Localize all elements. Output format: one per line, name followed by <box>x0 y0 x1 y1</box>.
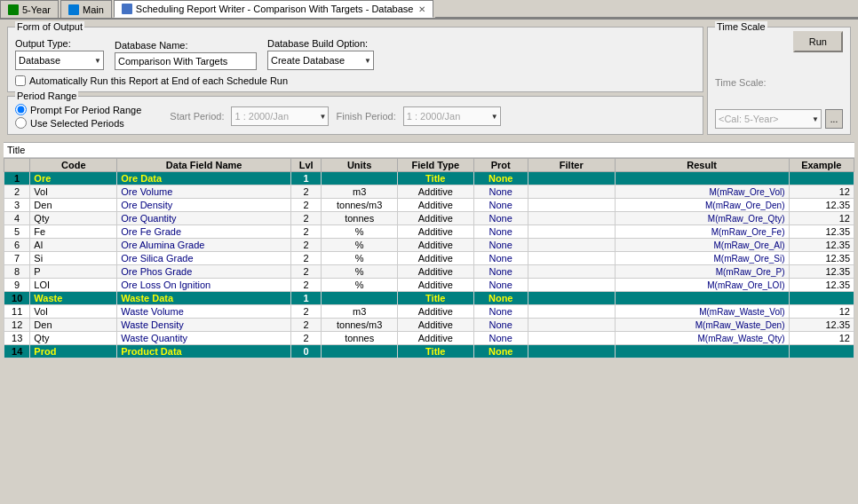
table-row[interactable]: 10 Waste Waste Data 1 Title None <box>4 292 854 305</box>
cell-lvl: 2 <box>291 212 322 225</box>
run-row: Run <box>715 31 843 52</box>
cell-result: M(mRaw_Waste_Den) <box>615 319 789 332</box>
run-button[interactable]: Run <box>793 31 843 52</box>
cell-fieldtype: Additive <box>397 319 473 332</box>
cell-units: tonnes/m3 <box>322 199 398 212</box>
cell-result <box>615 172 789 185</box>
radio-prompt[interactable]: Prompt For Period Range <box>15 104 141 115</box>
cell-prot: None <box>473 305 528 319</box>
cell-lvl: 0 <box>291 345 322 358</box>
cell-result: M(mRaw_Waste_Vol) <box>615 305 789 319</box>
tab-5year-label: 5-Year <box>22 4 51 15</box>
auto-run-checkbox[interactable] <box>15 75 26 86</box>
db-build-option-wrapper[interactable]: Create Database Append to Database Repla… <box>267 51 374 70</box>
cell-fieldtype: Title <box>397 292 473 305</box>
tab-report-close[interactable]: ✕ <box>418 4 425 14</box>
cell-code: LOI <box>30 279 117 292</box>
cell-lvl: 2 <box>291 199 322 212</box>
output-type-select[interactable]: Database Excel CSV <box>15 51 104 70</box>
cell-num: 4 <box>4 212 30 225</box>
table-row[interactable]: 13 Qty Waste Quantity 2 tonnes Additive … <box>4 332 854 345</box>
form-row-1: Output Type: Database Excel CSV Database… <box>15 38 695 70</box>
radio-prompt-input[interactable] <box>15 104 27 115</box>
time-scale-select[interactable]: <Cal: 5-Year> <box>715 109 822 129</box>
time-scale-label: Time Scale: <box>715 77 767 88</box>
cell-prot: None <box>473 212 528 225</box>
cell-example: 12.35 <box>789 265 854 279</box>
cell-dataname: Waste Density <box>117 319 291 332</box>
cell-lvl: 2 <box>291 319 322 332</box>
database-name-group: Database Name: Comparison With Targets <box>115 40 257 70</box>
cell-prot: None <box>473 199 528 212</box>
table-row[interactable]: 4 Qty Ore Quantity 2 tonnes Additive Non… <box>4 212 854 225</box>
cell-fieldtype: Additive <box>397 212 473 225</box>
cell-prot: None <box>473 185 528 199</box>
cell-example: 12 <box>789 305 854 319</box>
ts-select-wrapper[interactable]: <Cal: 5-Year> <box>715 109 822 129</box>
table-row[interactable]: 3 Den Ore Density 2 tonnes/m3 Additive N… <box>4 199 854 212</box>
cell-code: Qty <box>30 212 117 225</box>
cell-lvl: 2 <box>291 252 322 265</box>
start-period-wrapper[interactable]: 1 : 2000/Jan <box>231 106 329 126</box>
db-build-option-group: Database Build Option: Create Database A… <box>267 38 374 70</box>
table-row[interactable]: 14 Prod Product Data 0 Title None <box>4 345 854 358</box>
cell-dataname: Ore Data <box>117 172 291 185</box>
table-row[interactable]: 5 Fe Ore Fe Grade 2 % Additive None M(mR… <box>4 225 854 239</box>
cell-fieldtype: Additive <box>397 305 473 319</box>
cell-prot: None <box>473 319 528 332</box>
table-row[interactable]: 12 Den Waste Density 2 tonnes/m3 Additiv… <box>4 319 854 332</box>
table-row[interactable]: 7 Si Ore Silica Grade 2 % Additive None … <box>4 252 854 265</box>
col-name: Data Field Name <box>117 159 291 172</box>
output-type-label: Output Type: <box>15 38 104 49</box>
cell-num: 1 <box>4 172 30 185</box>
tab-main[interactable]: Main <box>60 0 112 18</box>
cell-example: 12 <box>789 332 854 345</box>
form-section-title: Form of Output <box>15 21 84 32</box>
ts-row: Time Scale: <box>715 77 843 88</box>
cell-dataname: Ore Fe Grade <box>117 225 291 239</box>
cell-num: 13 <box>4 332 30 345</box>
database-name-input[interactable]: Comparison With Targets <box>115 52 257 70</box>
time-scale-box: Time Scale Run Time Scale: <Cal: 5-Year>… <box>707 27 851 135</box>
table-row[interactable]: 6 Al Ore Alumina Grade 2 % Additive None… <box>4 239 854 252</box>
cell-num: 7 <box>4 252 30 265</box>
radio-selected-input[interactable] <box>15 117 27 129</box>
db-build-option-select[interactable]: Create Database Append to Database Repla… <box>267 51 374 70</box>
cell-lvl: 1 <box>291 292 322 305</box>
finish-period-label: Finish Period: <box>336 111 395 122</box>
table-row[interactable]: 2 Vol Ore Volume 2 m3 Additive None M(mR… <box>4 185 854 199</box>
cell-filter <box>528 239 615 252</box>
table-body: 1 Ore Ore Data 1 Title None 2 Vol Ore Vo… <box>4 172 854 358</box>
tab-5year[interactable]: 5-Year <box>0 0 59 18</box>
tab-5year-icon <box>8 4 19 15</box>
cell-units: % <box>322 225 398 239</box>
finish-period-wrapper[interactable]: 1 : 2000/Jan <box>403 106 501 126</box>
output-type-wrapper[interactable]: Database Excel CSV <box>15 51 104 70</box>
table-row[interactable]: 1 Ore Ore Data 1 Title None <box>4 172 854 185</box>
cell-example: 12.35 <box>789 252 854 265</box>
cell-code: Qty <box>30 332 117 345</box>
time-scale-title: Time Scale <box>715 21 767 32</box>
cell-result: M(mRaw_Ore_Den) <box>615 199 789 212</box>
start-period-select[interactable]: 1 : 2000/Jan <box>231 106 329 126</box>
finish-period-select[interactable]: 1 : 2000/Jan <box>403 106 501 126</box>
dots-button[interactable]: ... <box>825 109 843 129</box>
cell-result: M(mRaw_Waste_Qty) <box>615 332 789 345</box>
cell-dataname: Ore Density <box>117 199 291 212</box>
cell-result: M(mRaw_Ore_Qty) <box>615 212 789 225</box>
cell-code: Den <box>30 199 117 212</box>
radio-group: Prompt For Period Range Use Selected Per… <box>15 104 141 129</box>
cell-code: Waste <box>30 292 117 305</box>
cell-lvl: 2 <box>291 185 322 199</box>
cell-units: % <box>322 279 398 292</box>
tab-report[interactable]: Scheduling Report Writer - Comparison Wi… <box>114 0 434 18</box>
period-section-title: Period Range <box>15 91 78 101</box>
cell-dataname: Ore Alumina Grade <box>117 239 291 252</box>
cell-result <box>615 292 789 305</box>
table-row[interactable]: 11 Vol Waste Volume 2 m3 Additive None M… <box>4 305 854 319</box>
period-fields: Start Period: 1 : 2000/Jan Finish Period… <box>170 106 500 126</box>
table-row[interactable]: 9 LOI Ore Loss On Ignition 2 % Additive … <box>4 279 854 292</box>
top-section: Form of Output Output Type: Database Exc… <box>4 23 854 138</box>
radio-selected[interactable]: Use Selected Periods <box>15 117 141 129</box>
table-row[interactable]: 8 P Ore Phos Grade 2 % Additive None M(m… <box>4 265 854 279</box>
